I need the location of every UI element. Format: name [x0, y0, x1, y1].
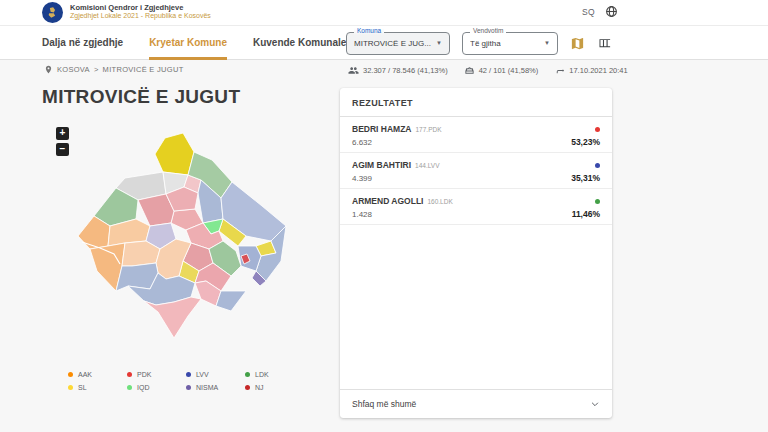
legend-item-pdk: PDK — [127, 368, 186, 381]
app-title: Komisioni Qendror i Zgjedhjeve — [70, 3, 211, 12]
header-titles: Komisioni Qendror i Zgjedhjeve Zgjedhjet… — [70, 3, 211, 21]
chevron-down-icon — [590, 399, 600, 409]
legend-label: AAK — [78, 371, 92, 378]
results-card: REZULTATET BEDRI HAMZA177.PDK6.63253,23%… — [340, 88, 612, 418]
legend-dot — [186, 385, 191, 390]
komuna-select[interactable]: Komuna MITROVICË E JUG... ▼ — [346, 32, 450, 55]
nav-bar: Dalja në zgjedhje Kryetar Komune Kuvende… — [0, 26, 768, 60]
map-view-icon[interactable] — [570, 36, 585, 51]
breadcrumb-separator: > — [94, 65, 99, 74]
stat-stations: 42 / 101 (41,58%) — [464, 65, 539, 76]
legend-item-aak: AAK — [68, 368, 127, 381]
party-legend: AAKPDKLVVLDKSLIQDNISMANJ — [68, 368, 304, 394]
candidate-list: 144.LVV — [415, 162, 439, 169]
party-color-dot — [595, 163, 600, 168]
kosovo-map — [70, 128, 302, 344]
candidate-votes: 4.399 — [352, 174, 372, 183]
candidate-votes: 1.428 — [352, 210, 372, 219]
legend-label: SL — [78, 384, 87, 391]
legend-dot — [186, 372, 191, 377]
page-title: MITROVICË E JUGUT — [42, 86, 240, 108]
legend-dot — [68, 385, 73, 390]
region-hani-elezit[interactable] — [216, 291, 246, 311]
caret-down-icon: ▼ — [436, 40, 442, 46]
vendvotim-select-label: Vendvotim — [470, 28, 506, 35]
legend-dot — [245, 385, 250, 390]
update-arrow-icon — [554, 65, 565, 76]
breadcrumb: KOSOVA > MITROVICË E JUGUT — [44, 65, 184, 74]
subbar: KOSOVA > MITROVICË E JUGUT 32.307 / 78.5… — [0, 60, 768, 82]
ballot-box-icon — [464, 65, 475, 76]
result-row[interactable]: AGIM BAHTIRI144.LVV4.39935,31% — [340, 153, 612, 189]
caret-down-icon: ▼ — [544, 40, 550, 46]
app-header: Komisioni Qendror i Zgjedhjeve Zgjedhjet… — [0, 0, 768, 26]
app-subtitle: Zgjedhjet Lokale 2021 - Republika e Koso… — [70, 12, 211, 21]
show-more-button[interactable]: Shfaq më shumë — [340, 389, 612, 418]
legend-label: NJ — [255, 384, 264, 391]
globe-icon[interactable] — [605, 5, 618, 18]
legend-label: IQD — [137, 384, 149, 391]
show-more-label: Shfaq më shumë — [352, 399, 416, 409]
tab-kryetar-komune[interactable]: Kryetar Komune — [149, 26, 227, 60]
breadcrumb-root[interactable]: KOSOVA — [57, 65, 90, 74]
candidate-name: BEDRI HAMZA — [352, 124, 412, 134]
region-gjilan[interactable] — [238, 246, 261, 271]
party-color-dot — [595, 199, 600, 204]
legend-item-nj: NJ — [245, 381, 304, 394]
result-row[interactable]: ARMEND AGOLLI160.LDK1.42811,46% — [340, 189, 612, 225]
legend-dot — [127, 385, 132, 390]
vendvotim-select[interactable]: Vendvotim Të gjitha ▼ — [462, 32, 558, 55]
tab-kuvende-komunale[interactable]: Kuvende Komunale — [253, 26, 346, 60]
region-leposaviq[interactable] — [155, 133, 194, 175]
candidate-list: 160.LDK — [427, 198, 452, 205]
party-color-dot — [595, 127, 600, 132]
zoom-out-button[interactable]: − — [56, 143, 69, 156]
language-selector[interactable]: SQ — [582, 7, 595, 17]
zoom-in-button[interactable]: + — [56, 127, 69, 140]
legend-label: NISMA — [196, 384, 218, 391]
candidate-percent: 35,31% — [571, 173, 600, 183]
table-view-icon[interactable] — [597, 36, 612, 51]
stat-stations-value: 42 / 101 (41,58%) — [479, 66, 539, 75]
vendvotim-select-value: Të gjitha — [470, 39, 501, 48]
location-pin-icon — [44, 65, 53, 74]
tab-dalja-ne-zgjedhje[interactable]: Dalja në zgjedhje — [42, 26, 123, 60]
legend-label: LVV — [196, 371, 209, 378]
candidate-percent: 11,46% — [572, 209, 600, 219]
results-title: REZULTATET — [340, 88, 612, 117]
legend-label: LDK — [255, 371, 269, 378]
legend-dot — [68, 372, 73, 377]
komuna-select-label: Komuna — [354, 28, 384, 35]
stats-bar: 32.307 / 78.546 (41,13%) 42 / 101 (41,58… — [348, 65, 628, 76]
stat-updated: 17.10.2021 20:41 — [554, 65, 627, 76]
legend-item-lvv: LVV — [186, 368, 245, 381]
legend-dot — [127, 372, 132, 377]
candidate-percent: 53,23% — [571, 137, 600, 147]
candidate-votes: 6.632 — [352, 138, 372, 147]
nav-tabs: Dalja në zgjedhje Kryetar Komune Kuvende… — [42, 26, 346, 60]
candidate-list: 177.PDK — [416, 126, 442, 133]
legend-item-sl: SL — [68, 381, 127, 394]
result-row[interactable]: BEDRI HAMZA177.PDK6.63253,23% — [340, 117, 612, 153]
legend-label: PDK — [137, 371, 151, 378]
legend-dot — [245, 372, 250, 377]
candidate-name: AGIM BAHTIRI — [352, 160, 411, 170]
stat-turnout: 32.307 / 78.546 (41,13%) — [348, 65, 448, 76]
result-rows: BEDRI HAMZA177.PDK6.63253,23%AGIM BAHTIR… — [340, 117, 612, 225]
komuna-select-value: MITROVICË E JUG... — [354, 39, 431, 48]
candidate-name: ARMEND AGOLLI — [352, 196, 423, 206]
legend-item-nisma: NISMA — [186, 381, 245, 394]
people-icon — [348, 65, 359, 76]
breadcrumb-current: MITROVICË E JUGUT — [103, 65, 184, 74]
legend-item-ldk: LDK — [245, 368, 304, 381]
kqz-logo-icon — [42, 2, 63, 23]
legend-item-iqd: IQD — [127, 381, 186, 394]
stat-turnout-value: 32.307 / 78.546 (41,13%) — [363, 66, 448, 75]
map-zoom-controls: + − — [56, 127, 69, 156]
stat-updated-value: 17.10.2021 20:41 — [569, 66, 627, 75]
